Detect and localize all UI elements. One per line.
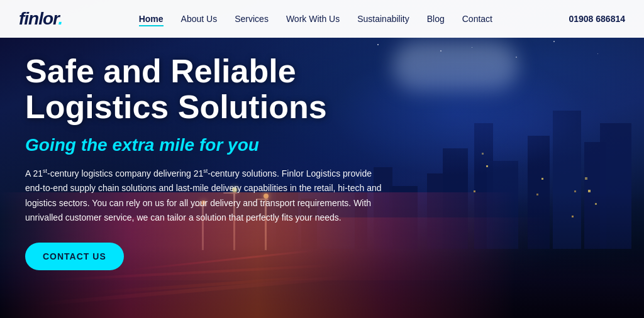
logo-dot: . [58,9,62,28]
nav-item-blog[interactable]: Blog [427,13,445,25]
navbar: finlor. Home About Us Services Work With… [0,0,644,38]
nav-link-blog[interactable]: Blog [427,14,445,24]
nav-item-work[interactable]: Work With Us [286,13,340,25]
hero-description: A 21st-century logistics company deliver… [25,167,390,224]
logo[interactable]: finlor. [19,9,62,29]
nav-item-services[interactable]: Services [235,13,269,25]
nav-link-about[interactable]: About Us [181,14,218,24]
phone-number: 01908 686814 [569,14,625,24]
nav-link-services[interactable]: Services [235,14,269,24]
hero-title: Safe and Reliable Logistics Solutions [25,53,421,125]
nav-link-sustainability[interactable]: Sustainability [357,14,409,24]
nav-item-contact[interactable]: Contact [462,13,492,25]
contact-us-button[interactable]: CONTACT US [25,243,124,270]
nav-link-work[interactable]: Work With Us [286,14,340,24]
nav-link-contact[interactable]: Contact [462,14,492,24]
hero-section: finlor. Home About Us Services Work With… [0,0,644,318]
hero-subtitle: Going the extra mile for you [25,135,421,155]
logo-text: finlor [19,9,58,28]
nav-links: Home About Us Services Work With Us Sust… [139,13,492,25]
nav-item-about[interactable]: About Us [181,13,218,25]
hero-content: Safe and Reliable Logistics Solutions Go… [25,53,421,270]
nav-link-home[interactable]: Home [139,14,164,26]
nav-item-home[interactable]: Home [139,13,164,25]
nav-item-sustainability[interactable]: Sustainability [357,13,409,25]
